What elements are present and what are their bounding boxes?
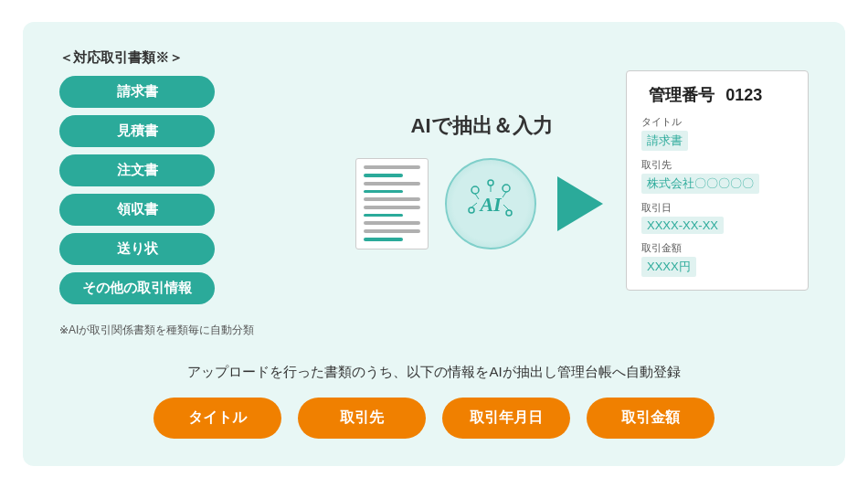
left-column: ＜対応取引書類※＞ 請求書見積書注文書領収書送り状その他の取引情報 [59,49,337,312]
doc-line-6 [364,206,420,209]
left-title: ＜対応取引書類※＞ [59,49,337,67]
svg-point-3 [503,185,510,192]
doc-line-2 [364,174,403,177]
svg-text:AI: AI [478,192,503,215]
card-field-label-1: 取引先 [641,158,793,172]
middle-column: AIで抽出＆入力 [355,112,608,249]
main-container: ＜対応取引書類※＞ 請求書見積書注文書領収書送り状その他の取引情報 AIで抽出＆… [23,22,845,466]
bottom-buttons: タイトル取引先取引年月日取引金額 [59,398,809,439]
right-card: 管理番号 0123 タイトル請求書取引先株式会社〇〇〇〇〇取引日XXXX-XX-… [626,70,809,291]
doc-line-5 [364,197,420,201]
card-field-label-0: タイトル [641,115,793,129]
doc-button-3[interactable]: 領収書 [59,194,215,226]
doc-button-0[interactable]: 請求書 [59,76,215,108]
bottom-button-2[interactable]: 取引年月日 [442,398,570,439]
svg-line-8 [503,192,506,197]
bottom-section: アップロードを行った書類のうち、以下の情報をAIが抽出し管理台帳へ自動登録 タイ… [59,364,809,439]
doc-button-5[interactable]: その他の取引情報 [59,272,215,304]
card-header: 管理番号 0123 [641,84,793,106]
bottom-button-1[interactable]: 取引先 [298,398,426,439]
middle-visual: AI [355,158,608,249]
svg-point-6 [488,180,493,186]
top-section: ＜対応取引書類※＞ 請求書見積書注文書領収書送り状その他の取引情報 AIで抽出＆… [59,49,809,312]
ai-title: AIで抽出＆入力 [411,112,553,140]
doc-line-4 [364,190,403,194]
svg-line-10 [503,205,509,210]
svg-point-4 [469,207,474,213]
svg-point-5 [506,210,512,216]
card-field-value-2: XXXX-XX-XX [641,217,724,234]
doc-line-8 [364,221,420,225]
footnote: ※AIが取引関係書類を種類毎に自動分類 [59,323,809,338]
bottom-button-0[interactable]: タイトル [153,398,281,439]
doc-line-10 [364,238,403,241]
card-header-value: 0123 [725,86,762,104]
card-field-label-2: 取引日 [641,201,793,215]
bottom-description: アップロードを行った書類のうち、以下の情報をAIが抽出し管理台帳へ自動登録 [59,364,809,381]
card-header-label: 管理番号 [649,86,715,104]
doc-line-7 [364,214,403,217]
doc-line-1 [364,165,420,169]
doc-line-3 [364,182,420,186]
svg-line-7 [475,194,479,199]
bottom-button-3[interactable]: 取引金額 [587,398,715,439]
right-arrow-icon [557,176,603,231]
doc-button-1[interactable]: 見積書 [59,115,215,147]
doc-line-9 [364,229,420,233]
svg-point-2 [471,186,479,194]
svg-line-9 [471,203,477,207]
doc-button-4[interactable]: 送り状 [59,233,215,265]
card-field-value-3: XXXX円 [641,257,696,277]
card-field-value-1: 株式会社〇〇〇〇〇 [641,174,759,194]
card-field-value-0: 請求書 [641,131,688,151]
doc-button-2[interactable]: 注文書 [59,154,215,186]
document-illustration [355,158,429,249]
ai-brain-icon: AI [445,158,536,249]
card-field-label-3: 取引金額 [641,241,793,255]
